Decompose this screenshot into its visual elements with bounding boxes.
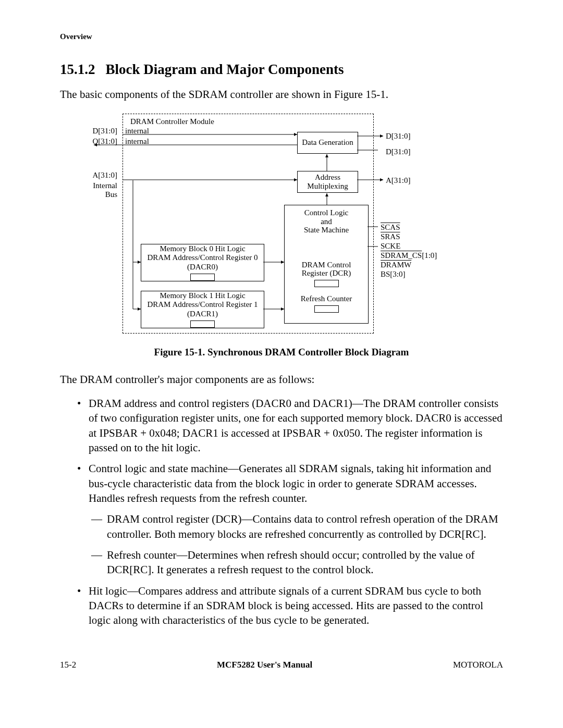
label-sdram-cs: SDRAM_CS[1:0]	[381, 251, 437, 260]
components-list: DRAM address and control registers (DACR…	[60, 396, 503, 628]
label-d-out-2: D[31:0]	[386, 147, 411, 156]
label-scas: SCAS	[381, 223, 400, 232]
section-number: 15.1.2	[60, 61, 95, 77]
label-sras: SRAS	[381, 232, 400, 241]
label-bs: BS[3:0]	[381, 270, 406, 279]
register-icon	[314, 305, 339, 313]
section-heading: 15.1.2Block Diagram and Major Components	[60, 60, 503, 79]
components-lead: The DRAM controller's major components a…	[60, 372, 503, 387]
mem1-line3: (DACR1)	[187, 310, 218, 318]
module-title: DRAM Controller Module	[130, 117, 214, 126]
label-q-internal: internal	[125, 137, 149, 146]
box-memory-block-0: Memory Block 0 Hit Logic DRAM Address/Co…	[141, 244, 264, 281]
block-diagram: DRAM Controller Module D[31:0] internal …	[91, 111, 404, 335]
list-item: Control logic and state machine—Generate…	[89, 461, 503, 577]
mem1-line1: Memory Block 1 Hit Logic	[160, 291, 245, 300]
mem0-line1: Memory Block 0 Hit Logic	[160, 244, 245, 253]
sub-list-item: DRAM control register (DCR)—Contains dat…	[107, 512, 503, 541]
label-q-left: Q[31:0]	[86, 137, 117, 146]
footer-manual-title: MCF5282 User's Manual	[217, 659, 312, 671]
label-d-out-1: D[31:0]	[386, 132, 411, 141]
list-item-text: DRAM address and control registers (DACR…	[89, 397, 503, 454]
label-internal-bus: InternalBus	[86, 181, 117, 199]
list-item-text: Control logic and state machine—Generate…	[89, 462, 491, 504]
box-memory-block-1: Memory Block 1 Hit Logic DRAM Address/Co…	[141, 291, 264, 328]
label-scke: SCKE	[381, 242, 400, 251]
label-a-left: A[31:0]	[86, 171, 117, 180]
figure-caption: Figure 15-1. Synchronous DRAM Controller…	[60, 346, 503, 359]
mem0-line2: DRAM Address/Control Register 0	[147, 253, 258, 262]
list-item: DRAM address and control registers (DACR…	[89, 396, 503, 455]
box-refresh-counter-label: Refresh Counter	[301, 294, 352, 303]
box-address-multiplexing: Address Multiplexing	[297, 171, 358, 193]
section-title: Block Diagram and Major Components	[106, 61, 344, 77]
label-d-left: D[31:0]	[86, 127, 117, 135]
mem0-line3: (DACR0)	[187, 263, 218, 272]
sub-list-item: Refresh counter—Determines when refresh …	[107, 548, 503, 577]
mem1-line2: DRAM Address/Control Register 1	[147, 300, 258, 309]
box-address-multiplexing-label: Address Multiplexing	[298, 173, 358, 191]
page-header: Overview	[60, 31, 503, 42]
list-item: Hit logic—Compares address and attribute…	[89, 584, 503, 628]
label-dramw: DRAMW	[381, 261, 411, 269]
label-a-out: A[31:0]	[386, 176, 411, 185]
register-icon	[190, 320, 215, 328]
footer-brand: MOTOROLA	[453, 659, 503, 671]
register-icon	[314, 280, 339, 287]
box-data-generation-label: Data Generation	[302, 138, 353, 147]
box-data-generation: Data Generation	[297, 132, 358, 154]
box-control-logic: Control LogicandState Machine DRAM Contr…	[284, 205, 369, 324]
register-icon	[190, 274, 215, 281]
sub-list: DRAM control register (DCR)—Contains dat…	[89, 512, 503, 577]
page-footer: 15-2 MCF5282 User's Manual MOTOROLA	[60, 659, 503, 671]
list-item-text: Hit logic—Compares address and attribute…	[89, 585, 483, 627]
footer-page-number: 15-2	[60, 659, 76, 671]
intro-paragraph: The basic components of the SDRAM contro…	[60, 87, 503, 102]
label-d-internal: internal	[125, 127, 149, 135]
